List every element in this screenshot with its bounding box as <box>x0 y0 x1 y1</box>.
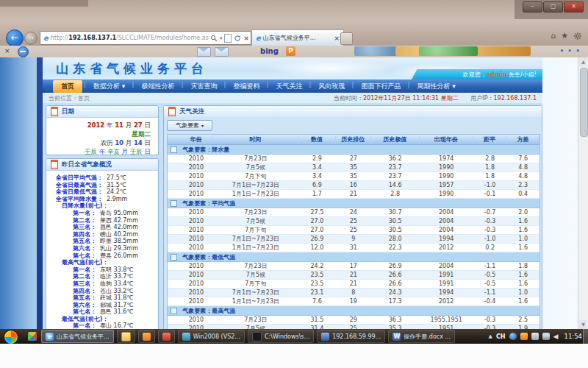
taskbar-button[interactable]: 192.168.59.99... <box>317 330 385 343</box>
forward-button[interactable]: → <box>24 32 37 45</box>
browser-tab[interactable]: e 山东省气候业务平... × <box>251 29 344 46</box>
rank-label: 第四名： <box>46 288 96 295</box>
globe-tool-icon[interactable] <box>419 46 478 56</box>
row-cell: 2004 <box>420 263 473 269</box>
stat-value: 31.5℃ <box>107 182 126 188</box>
table-row[interactable]: 20107月下旬27.02530.52004-0.31.6 <box>168 226 539 235</box>
maximize-button[interactable]: ▢ <box>543 1 563 13</box>
close-sidebar-icon[interactable]: × <box>4 47 10 54</box>
table-row[interactable]: 20107月5候3.43523.719901.84.8 <box>168 163 539 172</box>
scroll-up-icon[interactable]: ▲ <box>579 57 587 66</box>
taskbar-button[interactable]: Win2008 (VS2... <box>178 330 245 343</box>
expand-checkbox-icon[interactable] <box>171 308 177 314</box>
table-row[interactable]: 20107月5候27.02530.52004-0.31.6 <box>168 217 539 226</box>
rank-label: 第一名： <box>46 266 96 274</box>
language-indicator[interactable]: CH <box>496 333 506 340</box>
table-row[interactable]: 20107月1日~7月23日26.9928.01994-1.01.0 <box>168 235 539 244</box>
table-row[interactable]: 20107月5候23.52126.61991-0.51.6 <box>168 271 539 280</box>
tools-gear-icon[interactable] <box>573 32 582 40</box>
table-group-row[interactable]: 气象要素：降水量 <box>168 145 539 155</box>
table-row[interactable]: 20107月23日2.92736.219742.87.6 <box>168 155 539 163</box>
refresh-icon[interactable] <box>234 35 241 42</box>
row-cell: 17.3 <box>371 298 420 305</box>
table-row[interactable]: 20107月23日27.52430.72004-0.72.0 <box>168 208 539 217</box>
nav-item[interactable]: 图面下行产品 <box>353 80 409 93</box>
element-filter-button[interactable]: 气象要素▾ <box>167 120 212 131</box>
expand-checkbox-icon[interactable] <box>171 254 177 261</box>
row-cell: 2010 <box>179 236 213 242</box>
action-center-flag-icon[interactable] <box>531 333 539 340</box>
rank-row: 第六名：乳山 29.3mm <box>46 245 158 252</box>
autocomplete-dropdown-icon[interactable]: ▾ <box>220 35 223 41</box>
group-expand-cell <box>168 146 179 153</box>
home-icon[interactable]: ⌂ <box>551 31 556 41</box>
mail-icon[interactable] <box>215 47 229 57</box>
pinyin-p-icon[interactable]: P <box>286 46 295 56</box>
nav-item[interactable]: 整编资料 <box>225 80 268 93</box>
nav-item[interactable]: 数据分析 ▾ <box>85 80 133 93</box>
nav-item[interactable]: 极端性分析 <box>133 80 182 93</box>
more-options-dots-icon[interactable]: • • • <box>559 47 581 54</box>
vertical-scrollbar[interactable]: ▲ ▼ <box>578 57 588 329</box>
compatibility-view-icon[interactable] <box>224 34 232 43</box>
table-row[interactable]: 20107月下旬3.43523.719901.84.8 <box>168 172 539 181</box>
nav-item[interactable]: 风向玫瑰 <box>310 80 353 93</box>
favorites-star-icon[interactable]: ★ <box>561 31 568 41</box>
show-desktop-button[interactable] <box>583 329 588 344</box>
row-cell: 7.6 <box>506 155 539 162</box>
security-shield-icon[interactable] <box>520 333 528 340</box>
row-cell: 7月23日 <box>213 262 298 270</box>
table-row[interactable]: 20101月1日~7月23日12.03122.320120.21.6 <box>168 244 539 252</box>
taskbar-button[interactable] <box>138 330 155 343</box>
table-row[interactable]: 20107月下旬23.52126.61991-0.51.6 <box>168 280 539 289</box>
addon-circle-icon[interactable] <box>18 46 29 57</box>
quick-launch-icon[interactable] <box>28 332 37 341</box>
scrollbar-thumb[interactable] <box>580 68 588 137</box>
nav-item[interactable]: 天气关注 <box>268 80 310 93</box>
new-tab-button[interactable] <box>340 32 353 45</box>
address-bar[interactable]: e http://192.168.137.1/SLCCLIMATE/module… <box>40 31 251 45</box>
taskbar-button[interactable] <box>117 330 135 343</box>
taskbar-clock[interactable]: 11:54 <box>562 333 583 340</box>
header-cell: 方差 <box>506 135 539 144</box>
back-button[interactable]: ← <box>6 29 24 47</box>
table-row[interactable]: 20101月1日~7月23日1.7212.81990-0.10.4 <box>168 190 539 199</box>
scroll-down-icon[interactable]: ▼ <box>579 320 587 329</box>
taskbar-button[interactable]: e山东省气候业务平... <box>41 330 114 343</box>
table-row[interactable]: 20107月23日31.52936.31955,1951-0.32.5 <box>168 316 539 325</box>
rank-value: 青岛 95.0mm <box>100 210 138 217</box>
row-cell: 23.1 <box>298 289 336 296</box>
table-row[interactable]: 20107月1日~7月23日6.91614.61957-1.02.3 <box>168 181 539 190</box>
stop-icon[interactable]: × <box>243 35 249 42</box>
table-row[interactable]: 20101月1日~7月23日7.61917.32012-0.41.6 <box>168 297 539 306</box>
row-cell: 2010 <box>179 280 213 287</box>
group-title: 气象要素：降水量 <box>179 146 539 154</box>
nav-item[interactable]: 首页 <box>53 80 82 93</box>
close-button[interactable]: × <box>564 1 584 13</box>
nav-item[interactable]: 周期性分析 ▾ <box>409 80 463 93</box>
table-group-row[interactable]: 气象要素：最低气温 <box>168 252 539 262</box>
minimize-button[interactable]: – <box>523 1 542 13</box>
row-cell: -0.5 <box>473 280 507 287</box>
network-status-icon[interactable] <box>542 333 550 340</box>
table-row[interactable]: 20107月23日24.21726.92004-1.11.8 <box>168 262 539 271</box>
mail-icon[interactable] <box>197 47 211 57</box>
table-group-row[interactable]: 气象要素：最高气温 <box>168 306 539 316</box>
expand-checkbox-icon[interactable] <box>171 200 177 207</box>
row-cell: 30.7 <box>371 209 420 216</box>
row-cell: 2010 <box>179 244 213 251</box>
taskbar-button[interactable]: W操作手册.docx ... <box>388 330 455 343</box>
hidden-icons-chevron-icon[interactable]: ▲ <box>489 333 492 339</box>
rank-row: 第三名：昌邑 42.0mm <box>46 224 158 231</box>
start-button[interactable] <box>4 330 18 344</box>
table-row[interactable]: 20107月1日~7月23日23.1824.31994-1.11.0 <box>168 289 539 297</box>
search-icon[interactable] <box>210 35 218 42</box>
volume-icon[interactable]: ◀ <box>553 333 559 340</box>
nav-item[interactable]: 灾害查询 <box>182 80 225 93</box>
table-group-row[interactable]: 气象要素：平均气温 <box>168 199 539 208</box>
taskbar-button[interactable] <box>158 330 175 343</box>
bing-logo[interactable]: bing <box>260 47 279 55</box>
taskbar-button[interactable]: C:\Windows\s... <box>248 330 314 343</box>
expand-checkbox-icon[interactable] <box>171 146 177 153</box>
network-app-icon[interactable] <box>509 333 517 340</box>
